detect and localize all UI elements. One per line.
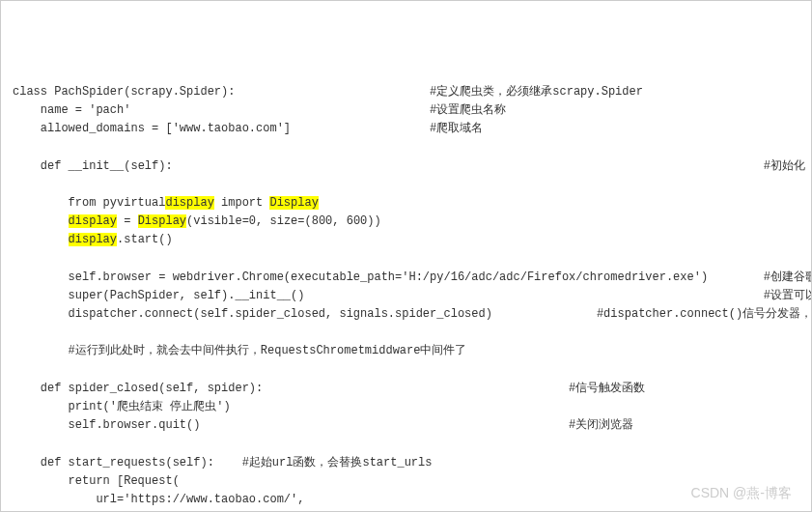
code-comment: #dispatcher.connect()信号分发器，第一 [597, 307, 812, 321]
highlighted-text: Display [269, 196, 318, 210]
highlighted-text: display [69, 214, 117, 228]
code-line: display = Display(visible=0, size=(800, … [13, 213, 799, 231]
code-comment: #初始化 [764, 159, 805, 173]
code-line: dispatcher.connect(self.spider_closed, s… [13, 305, 799, 324]
code-line: return [Request( [13, 472, 799, 491]
code-line [13, 249, 799, 268]
code-text: .start() [117, 233, 173, 246]
code-line: self.browser.quit() #关闭浏览器 [13, 416, 799, 435]
code-line: def spider_closed(self, spider): #信号触发函数 [13, 380, 799, 398]
code-line: from pyvirtualdisplay import Display [13, 194, 799, 213]
code-comment: #爬取域名 [430, 122, 483, 135]
code-line: url='https://www.taobao.com/', [13, 491, 799, 509]
code-text: url='https://www.taobao.com/', [96, 493, 304, 506]
code-comment: #关闭浏览器 [569, 418, 633, 432]
code-line [13, 435, 799, 453]
code-line: class PachSpider(scrapy.Spider): #定义爬虫类，… [13, 83, 799, 101]
code-text: print('爬虫结束 停止爬虫') [69, 400, 231, 413]
code-block: class PachSpider(scrapy.Spider): #定义爬虫类，… [13, 83, 799, 512]
code-text: = [117, 214, 138, 228]
code-line: super(PachSpider, self).__init__() #设置可以 [13, 287, 799, 305]
code-text: def spider_closed(self, spider): [41, 382, 263, 395]
code-text: dispatcher.connect(self.spider_closed, s… [69, 307, 492, 321]
highlighted-text: Display [138, 214, 186, 228]
code-text: def __init__(self): [41, 159, 173, 173]
code-text: def start_requests(self): #起始url函数，会替换st… [41, 456, 433, 469]
highlighted-text: display [165, 196, 213, 210]
code-line [13, 324, 799, 342]
code-text: #运行到此处时，就会去中间件执行，RequestsChrometmiddware… [69, 344, 467, 357]
code-comment: #定义爬虫类，必须继承scrapy.Spider [430, 85, 643, 99]
code-text: from pyvirtual [69, 196, 166, 210]
code-line [13, 138, 799, 156]
code-line: def __init__(self): #初始化 [13, 157, 799, 176]
code-line: name = 'pach' #设置爬虫名称 [13, 101, 799, 120]
code-text: name = 'pach' [41, 103, 131, 117]
code-text: super(PachSpider, self).__init__() [69, 289, 305, 302]
code-line: self.browser = webdriver.Chrome(executab… [13, 269, 799, 287]
code-comment: #信号触发函数 [569, 382, 645, 395]
code-comment: #创建谷歌 [764, 270, 812, 284]
code-text: return [Request( [69, 474, 180, 488]
code-line: allowed_domains = ['www.taobao.com'] #爬取… [13, 120, 799, 138]
code-line [13, 176, 799, 194]
code-text: class PachSpider(scrapy.Spider): [13, 85, 235, 99]
code-text: self.browser.quit() [69, 418, 201, 432]
code-comment: #设置可以 [764, 289, 812, 302]
code-text: import [214, 196, 270, 210]
code-line: display.start() [13, 231, 799, 249]
code-line: print('爬虫结束 停止爬虫') [13, 398, 799, 416]
highlighted-text: display [69, 233, 117, 246]
code-text: self.browser = webdriver.Chrome(executab… [69, 270, 709, 284]
code-line: def start_requests(self): #起始url函数，会替换st… [13, 454, 799, 472]
code-text: (visible=0, size=(800, 600)) [186, 214, 381, 228]
code-comment: #设置爬虫名称 [430, 103, 506, 117]
code-text: allowed_domains = ['www.taobao.com'] [41, 122, 291, 135]
code-line [13, 361, 799, 380]
code-line: #运行到此处时，就会去中间件执行，RequestsChrometmiddware… [13, 342, 799, 360]
